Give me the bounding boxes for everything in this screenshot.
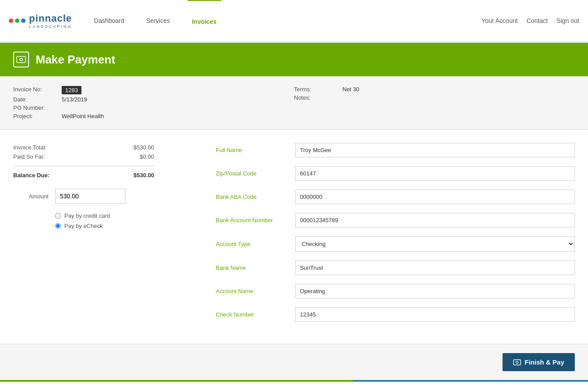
- invoice-right: Terms: Net 30 Notes:: [294, 85, 575, 120]
- check-number-label: Check Number: [216, 311, 286, 318]
- bank-account-input[interactable]: [295, 213, 575, 227]
- svg-rect-0: [17, 56, 26, 63]
- echeck-label: Pay by eCheck: [64, 223, 103, 229]
- account-name-label: Account Name: [216, 288, 286, 294]
- echeck-option[interactable]: Pay by eCheck: [55, 223, 198, 229]
- account-type-label: Account Type: [216, 241, 286, 247]
- nav-links: Dashboard Services Invoices: [90, 0, 482, 42]
- invoice-no-value: 1283: [62, 86, 81, 94]
- contact-link[interactable]: Contact: [526, 17, 547, 24]
- invoice-terms-row: Terms: Net 30: [294, 85, 575, 93]
- balance-value: $530.00: [133, 172, 154, 179]
- invoice-total-value: $530.00: [133, 144, 154, 151]
- bank-aba-group: Bank ABA Code: [216, 190, 575, 204]
- amount-label: Amount: [13, 193, 48, 200]
- invoice-date-row: Date: 5/13/2019: [13, 95, 294, 104]
- credit-card-option[interactable]: Pay by credit card: [55, 212, 198, 219]
- bank-aba-input[interactable]: [295, 190, 575, 204]
- invoice-date-label: Date:: [13, 96, 57, 103]
- invoice-no-label: Invoice No:: [13, 86, 57, 94]
- balance-row: Balance Due: $530.00: [13, 171, 154, 180]
- finish-pay-label: Finish & Pay: [525, 358, 564, 366]
- paid-value: $0.00: [140, 153, 154, 160]
- invoice-notes-label: Notes:: [294, 94, 338, 101]
- invoice-total-row: Invoice Total: $530.00: [13, 143, 154, 152]
- invoice-terms-label: Terms:: [294, 86, 338, 93]
- invoice-project-row: Project: WellPoint Health: [13, 112, 294, 120]
- left-panel: Invoice Total: $530.00 Paid So Far: $0.0…: [13, 143, 198, 331]
- nav-dashboard[interactable]: Dashboard: [90, 0, 129, 42]
- dot-green: [15, 19, 19, 23]
- bank-aba-label: Bank ABA Code: [216, 194, 286, 200]
- credit-card-label: Pay by credit card: [64, 212, 110, 219]
- invoice-project-label: Project:: [13, 113, 57, 119]
- navbar: pinnacle LANDSCAPING Dashboard Services …: [0, 0, 588, 43]
- finish-icon: [513, 359, 521, 365]
- check-number-input[interactable]: [295, 307, 575, 322]
- nav-services[interactable]: Services: [142, 0, 174, 42]
- nav-invoices[interactable]: Invoices: [188, 0, 221, 42]
- full-name-label: Full Name: [216, 147, 286, 153]
- invoice-notes-row: Notes:: [294, 93, 575, 102]
- invoice-po-row: PO Number:: [13, 104, 294, 112]
- echeck-radio[interactable]: [55, 223, 61, 229]
- account-type-select[interactable]: Checking Savings: [295, 236, 575, 252]
- invoice-total-label: Invoice Total:: [13, 144, 47, 151]
- zip-label: Zip/Postal Code: [216, 170, 286, 177]
- totals-divider: [13, 166, 154, 166]
- account-name-group: Account Name: [216, 284, 575, 298]
- full-name-input[interactable]: [295, 143, 575, 157]
- invoice-info: Invoice No: 1283 Date: 5/13/2019 PO Numb…: [0, 76, 588, 130]
- zip-input[interactable]: [295, 166, 575, 181]
- page-title: Make Payment: [36, 53, 115, 67]
- credit-card-radio[interactable]: [55, 213, 61, 219]
- bank-account-label: Bank Account Number: [216, 217, 286, 223]
- account-name-input[interactable]: [295, 284, 575, 298]
- page-footer: Finish & Pay: [0, 344, 588, 380]
- invoice-left: Invoice No: 1283 Date: 5/13/2019 PO Numb…: [13, 85, 294, 120]
- invoice-project-value: WellPoint Health: [62, 113, 104, 119]
- svg-rect-2: [514, 360, 521, 365]
- page-header: Make Payment: [0, 43, 588, 76]
- right-panel: Full Name Zip/Postal Code Bank ABA Code …: [216, 143, 575, 331]
- payment-options: Pay by credit card Pay by eCheck: [55, 212, 198, 229]
- paid-label: Paid So Far:: [13, 153, 45, 160]
- bank-name-group: Bank Name: [216, 261, 575, 275]
- check-number-group: Check Number: [216, 307, 575, 322]
- sign-out-link[interactable]: Sign out: [557, 17, 579, 24]
- invoice-no-row: Invoice No: 1283: [13, 85, 294, 95]
- balance-label: Balance Due:: [13, 172, 49, 179]
- zip-group: Zip/Postal Code: [216, 166, 575, 181]
- account-type-group: Account Type Checking Savings: [216, 236, 575, 252]
- amount-row: Amount: [13, 189, 198, 204]
- svg-point-3: [516, 361, 518, 363]
- bottom-border: [0, 380, 588, 382]
- finish-pay-button[interactable]: Finish & Pay: [503, 353, 575, 371]
- totals-section: Invoice Total: $530.00 Paid So Far: $0.0…: [13, 143, 198, 180]
- main-content: Invoice Total: $530.00 Paid So Far: $0.0…: [0, 130, 588, 344]
- payment-icon: [13, 52, 29, 67]
- your-account-link[interactable]: Your Account: [481, 17, 518, 24]
- amount-input[interactable]: [55, 189, 126, 204]
- invoice-date-value: 5/13/2019: [62, 96, 87, 103]
- logo: pinnacle LANDSCAPING: [9, 13, 72, 29]
- invoice-po-label: PO Number:: [13, 104, 57, 111]
- dot-blue: [21, 19, 26, 23]
- full-name-group: Full Name: [216, 143, 575, 157]
- logo-text: pinnacle: [29, 13, 72, 24]
- bank-name-input[interactable]: [295, 261, 575, 275]
- invoice-terms-value: Net 30: [343, 86, 359, 93]
- paid-row: Paid So Far: $0.00: [13, 152, 154, 161]
- bank-account-group: Bank Account Number: [216, 213, 575, 227]
- svg-point-1: [20, 58, 22, 61]
- nav-right: Your Account Contact Sign out: [481, 17, 579, 24]
- dot-red: [9, 19, 13, 23]
- logo-dots: [9, 19, 26, 23]
- logo-sub: LANDSCAPING: [29, 24, 72, 29]
- bank-name-label: Bank Name: [216, 264, 286, 271]
